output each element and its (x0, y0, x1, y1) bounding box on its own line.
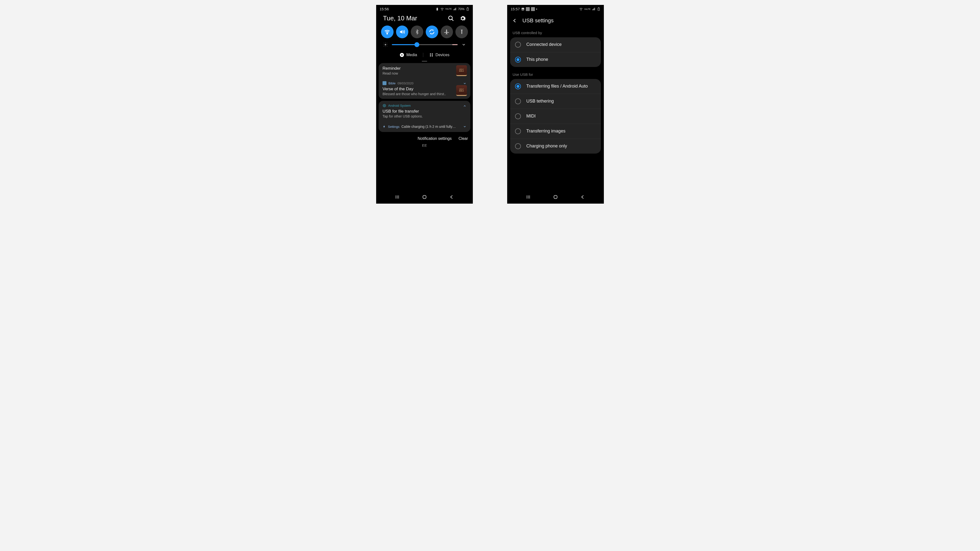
home-button[interactable] (553, 194, 558, 200)
radio-midi[interactable]: MIDI (510, 109, 601, 124)
quick-settings-header: Tue, 10 Mar (376, 13, 473, 25)
search-icon[interactable] (448, 15, 454, 22)
app-icon (531, 7, 535, 11)
clear-button[interactable]: Clear (458, 137, 468, 141)
svg-rect-8 (467, 8, 468, 8)
notif-body: Blessed are those who hunger and thirst.… (383, 92, 466, 96)
bolt-icon (383, 125, 386, 128)
bible-app-icon: HOLYBIBLE (456, 85, 467, 96)
svg-rect-0 (436, 8, 438, 10)
devices-label: Devices (436, 53, 450, 57)
chevron-up-icon[interactable] (463, 104, 466, 108)
radio-label: Connected device (526, 42, 562, 48)
back-button[interactable] (449, 194, 454, 200)
battery-charging-icon (466, 7, 469, 11)
status-bar: 15:57 • VoLTE (507, 5, 604, 13)
svg-rect-19 (423, 195, 426, 199)
radio-file-transfer[interactable]: Transferring files / Android Auto (510, 79, 601, 94)
notification-charging[interactable]: Settings Cable charging (1 h 2 m until f… (379, 121, 470, 132)
back-button[interactable] (512, 18, 517, 23)
svg-rect-23 (593, 9, 593, 10)
grid-icon (429, 53, 434, 57)
signal-icon (592, 7, 595, 11)
radio-tethering[interactable]: USB tethering (510, 94, 601, 109)
notification-usb[interactable]: Android System USB for file transfer Tap… (379, 101, 470, 121)
svg-rect-24 (594, 8, 594, 10)
separator (423, 53, 423, 57)
wifi-icon (579, 7, 583, 11)
recents-button[interactable] (395, 194, 400, 200)
volte-icon: VoLTE (445, 8, 452, 10)
quick-toggles (376, 25, 473, 42)
media-devices-row: Media Devices (376, 50, 473, 61)
signal-icon (453, 7, 457, 11)
notif-body: Tap for other USB options. (383, 114, 466, 118)
radio-images[interactable]: Transferring images (510, 124, 601, 139)
notification-actions: Notification settings Clear (376, 133, 473, 142)
svg-rect-20 (522, 8, 524, 10)
toggle-flashlight[interactable] (455, 25, 468, 38)
home-button[interactable] (422, 194, 427, 200)
radio-icon (515, 113, 521, 119)
play-circle-icon (399, 52, 404, 57)
notification-reminder[interactable]: Reminder Read now HOLYBIBLE (379, 63, 470, 78)
chevron-down-icon[interactable] (461, 43, 466, 47)
phone-usb-settings: 15:57 • VoLTE USB settings USB controlle… (507, 5, 604, 203)
brightness-icon (383, 42, 388, 47)
chevron-down-icon[interactable] (463, 82, 466, 85)
radio-icon (515, 143, 521, 149)
volte-icon: VoLTE (584, 8, 590, 10)
media-button[interactable]: Media (399, 52, 417, 57)
notif-inline: Cable charging (1 h 2 m until fully… (401, 125, 456, 129)
radio-label: Charging phone only (526, 143, 567, 149)
radio-label: This phone (526, 57, 548, 62)
bible-small-icon (383, 81, 387, 85)
svg-point-9 (449, 16, 452, 20)
notification-settings-button[interactable]: Notification settings (418, 137, 452, 141)
svg-rect-6 (456, 8, 456, 10)
svg-rect-28 (554, 195, 557, 199)
group-use-for: Transferring files / Android Auto USB te… (510, 79, 601, 154)
media-label: Media (406, 53, 417, 57)
group-controlled-by: Connected device This phone (510, 37, 601, 67)
svg-rect-4 (454, 9, 455, 10)
radio-charging-only[interactable]: Charging phone only (510, 139, 601, 154)
svg-point-13 (430, 54, 431, 55)
app-icon (526, 7, 530, 11)
notif-title: Reminder (383, 66, 466, 71)
battery-pct: 70% (458, 7, 465, 11)
toggle-sound[interactable] (396, 25, 409, 38)
toggle-airplane[interactable] (441, 25, 453, 38)
notif-app-row: Bible 09/03/2020 (383, 81, 466, 85)
radio-this-phone[interactable]: This phone (510, 52, 601, 67)
devices-button[interactable]: Devices (429, 53, 450, 57)
gear-icon[interactable] (460, 15, 466, 22)
toggle-wifi[interactable] (381, 25, 394, 38)
radio-connected-device[interactable]: Connected device (510, 37, 601, 52)
android-system-icon (383, 104, 386, 108)
radio-icon (515, 98, 521, 104)
svg-rect-22 (592, 10, 593, 10)
notification-verse[interactable]: Bible 09/03/2020 Verse of the Day Blesse… (379, 78, 470, 99)
section-label-use-for: Use USB for (507, 70, 604, 79)
back-button[interactable] (580, 194, 585, 200)
svg-rect-27 (598, 8, 599, 8)
svg-point-14 (431, 54, 433, 55)
svg-point-10 (387, 33, 388, 34)
brightness-slider-row (376, 42, 473, 50)
notif-app-row: Settings Cable charging (1 h 2 m until f… (383, 125, 466, 129)
toggle-rotate[interactable] (426, 25, 438, 38)
panel-handle[interactable] (422, 61, 427, 62)
svg-point-18 (384, 105, 385, 106)
radio-label: Transferring images (526, 128, 565, 134)
recents-button[interactable] (526, 194, 531, 200)
svg-point-15 (430, 56, 431, 57)
toggle-bluetooth[interactable] (411, 25, 423, 38)
notif-body: Read now (383, 71, 466, 75)
chevron-down-icon[interactable] (463, 125, 466, 128)
radio-label: MIDI (526, 113, 536, 119)
status-bar: 15:56 VoLTE 70% (376, 5, 473, 13)
gallery-icon (521, 7, 525, 11)
wifi-icon (441, 7, 444, 11)
brightness-slider[interactable] (392, 44, 458, 45)
